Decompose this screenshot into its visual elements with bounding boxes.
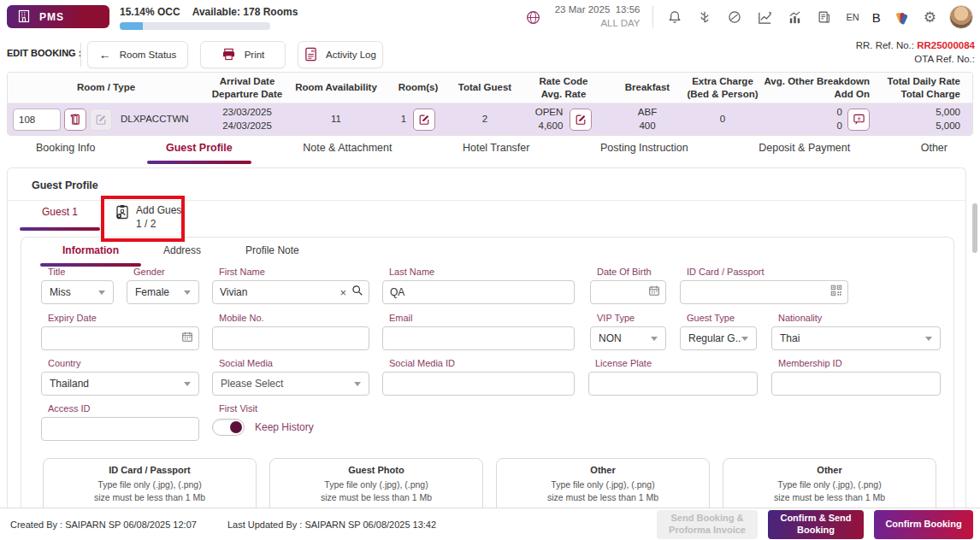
membership-id-input[interactable]	[771, 372, 941, 396]
header-room-type: Room / Type	[8, 81, 204, 94]
keep-history-label: Keep History	[255, 421, 314, 433]
email-field: Email	[382, 313, 575, 350]
guest-info-formbox: Information Address Profile Note Title M…	[21, 237, 954, 514]
tab-note-attachment[interactable]: Note & Attachment	[299, 135, 395, 164]
occupancy-progress-fill	[120, 22, 143, 30]
rr-ref-value: RR25000084	[917, 40, 975, 50]
calendar-icon[interactable]	[181, 331, 193, 346]
activity-log-label: Activity Log	[326, 50, 376, 60]
vip-type-select[interactable]: NON	[590, 326, 666, 350]
confirm-booking-button[interactable]: Confirm Booking	[874, 510, 973, 539]
guest-1-tab[interactable]: Guest 1	[20, 206, 100, 218]
membership-id-field: Membership ID	[771, 358, 941, 396]
top-bar: PMS 15.14% OCCAvailable: 178 Rooms 23 Ma…	[0, 0, 980, 34]
first-name-field: First Name ×	[212, 267, 369, 304]
door-plus-button[interactable]	[64, 109, 86, 131]
room-number-input[interactable]	[13, 109, 61, 131]
activity-log-button[interactable]: Activity Log	[298, 41, 383, 68]
chevron-down-icon	[184, 291, 191, 295]
social-media-id-input[interactable]	[382, 372, 575, 396]
gender-select[interactable]: Female	[127, 280, 199, 304]
globe-icon[interactable]	[525, 9, 542, 26]
logo-label: PMS	[39, 11, 64, 23]
country-select[interactable]: Thailand	[41, 372, 199, 396]
header-room-availability: Room Availability	[290, 81, 382, 94]
expiry-date-input[interactable]	[41, 326, 199, 350]
header-avg-other-breakdown: Avg. Other BreakdownAdd On	[762, 75, 873, 101]
date-text: 23 Mar 2025	[555, 4, 611, 15]
mobile-input[interactable]	[212, 326, 369, 350]
chevron-down-icon	[651, 337, 658, 341]
room-status-button[interactable]: ← Room Status	[87, 41, 188, 68]
gauge-icon[interactable]	[726, 9, 743, 26]
title-select[interactable]: Miss	[41, 280, 114, 304]
email-input[interactable]	[382, 326, 575, 350]
pms-logo-button[interactable]: PMS	[7, 5, 109, 28]
bar-chart-icon[interactable]	[786, 9, 803, 26]
booking-room-row: DLXPACCTWN 23/03/202524/03/2025 11 1 2 O…	[8, 103, 972, 135]
edit-rooms-button[interactable]	[413, 109, 435, 131]
access-id-input[interactable]	[41, 417, 199, 441]
theme-palette-icon[interactable]	[894, 9, 911, 26]
active-guest-tab-underline	[20, 227, 100, 231]
clear-icon[interactable]: ×	[339, 287, 346, 298]
guest-type-select[interactable]: Regular G...	[680, 326, 757, 350]
qr-scan-icon[interactable]	[830, 285, 842, 300]
available-rooms-text: Available: 178 Rooms	[192, 6, 298, 18]
guest-type-field: Guest Type Regular G...	[680, 313, 757, 350]
breakdown-adjust-button[interactable]: ±	[847, 109, 870, 131]
tab-hotel-transfer[interactable]: Hotel Transfer	[459, 135, 534, 164]
svg-text:±: ±	[857, 114, 860, 122]
toggle-knob	[230, 421, 242, 433]
access-id-field: Access ID	[41, 403, 199, 441]
header-rate-code: Rate CodeAvg. Rate	[516, 75, 611, 101]
social-media-select[interactable]: Please Select	[212, 372, 369, 396]
occupancy-summary: 15.14% OCCAvailable: 178 Rooms	[120, 6, 310, 18]
language-switch[interactable]: EN	[846, 12, 859, 22]
table-header-row: Room / Type Arrival DateDeparture Date R…	[8, 73, 972, 103]
tab-guest-profile[interactable]: Guest Profile	[162, 135, 236, 164]
room-availability-value: 11	[290, 113, 382, 126]
news-icon[interactable]	[816, 9, 833, 26]
search-icon[interactable]	[351, 285, 363, 300]
line-chart-icon[interactable]	[756, 9, 773, 26]
tab-booking-info[interactable]: Booking Info	[32, 135, 99, 164]
gear-icon[interactable]: ⚙	[924, 10, 936, 25]
calendar-icon[interactable]	[648, 285, 660, 300]
first-visit-toggle[interactable]	[212, 419, 245, 436]
last-name-field: Last Name	[382, 267, 575, 304]
print-button[interactable]: Print	[200, 41, 286, 68]
mobile-field: Mobile No.	[212, 313, 369, 350]
user-avatar[interactable]	[949, 5, 973, 29]
header-rooms: Room(s)	[382, 81, 454, 94]
annotation-highlight-box	[101, 196, 185, 242]
expiry-date-field: Expiry Date	[41, 313, 199, 350]
total-rate-values: 5,0005,000	[873, 106, 972, 132]
tab-posting-instruction[interactable]: Posting Instruction	[597, 135, 692, 164]
last-name-input[interactable]	[382, 280, 575, 304]
confirm-send-booking-button[interactable]: Confirm & Send Booking	[768, 510, 864, 539]
created-by-text: Created By : SAIPARN SP 06/08/2025 12:07	[10, 519, 197, 530]
gender-field: Gender Female	[127, 267, 199, 304]
header-total-guest: Total Guest	[454, 81, 516, 94]
integrations-icon[interactable]	[696, 9, 713, 26]
tab-deposit-payment[interactable]: Deposit & Payment	[755, 135, 853, 164]
vertical-scrollbar-thumb[interactable]	[972, 203, 977, 253]
activity-log-icon	[304, 47, 317, 63]
tab-other[interactable]: Other	[918, 135, 951, 164]
datetime-display: 23 Mar 2025 13:56 ALL DAY	[555, 3, 641, 30]
dob-field: Date Of Birth	[590, 267, 666, 304]
all-day-text: ALL DAY	[555, 17, 641, 31]
toolbar-divider	[80, 43, 81, 67]
avg-other-breakdown-values: 00	[837, 106, 842, 132]
time-text: 13:56	[616, 4, 641, 15]
license-plate-input[interactable]	[588, 372, 758, 396]
subtab-profile-note[interactable]: Profile Note	[223, 238, 322, 265]
edit-rate-button[interactable]	[570, 109, 592, 131]
brand-b-button[interactable]: B	[872, 10, 881, 25]
rate-code-values: OPEN4,600	[535, 106, 564, 132]
bell-icon[interactable]	[666, 9, 683, 26]
vip-type-field: VIP Type NON	[590, 313, 666, 350]
id-card-input[interactable]	[680, 280, 848, 304]
nationality-select[interactable]: Thai	[771, 326, 941, 350]
